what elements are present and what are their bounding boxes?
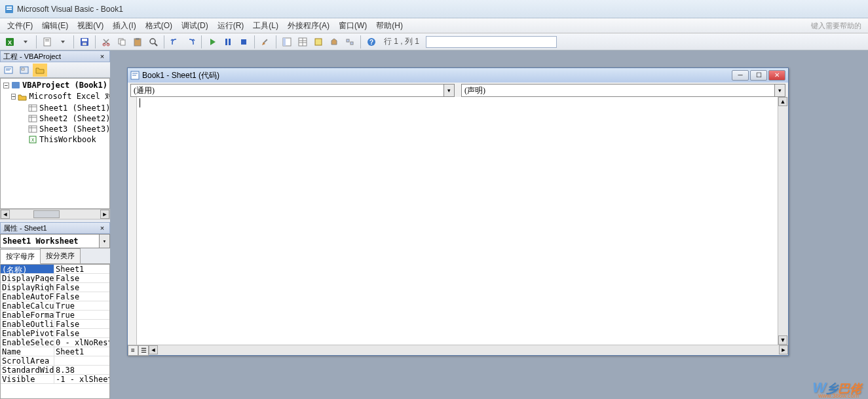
property-row[interactable]: DisplayRightToFalse <box>1 283 109 292</box>
view-code-button[interactable] <box>1 64 16 77</box>
property-row[interactable]: DisplayPageBreFalse <box>1 274 109 283</box>
break-button[interactable] <box>221 35 235 49</box>
scroll-up-icon[interactable]: ▲ <box>778 97 787 106</box>
scroll-right-icon[interactable]: ► <box>100 210 109 219</box>
insert-module-button[interactable] <box>40 35 54 49</box>
scroll-left-icon[interactable]: ◄ <box>1 210 10 219</box>
tab-categorized[interactable]: 按分类序 <box>40 248 81 263</box>
help-hint[interactable]: 键入需要帮助的 <box>811 21 865 31</box>
scroll-thumb[interactable] <box>33 210 60 218</box>
menu-view[interactable]: 视图(V) <box>73 19 108 33</box>
property-row[interactable]: EnableSelectio0 - xlNoRestr <box>1 338 109 347</box>
tree-root[interactable]: − VBAProject (Book1) <box>2 80 108 90</box>
tree-sheet2[interactable]: Sheet2 (Sheet2) <box>2 113 108 124</box>
close-button[interactable]: ✕ <box>768 70 785 81</box>
code-vscrollbar[interactable]: ▲ ▼ <box>778 97 788 345</box>
full-module-view-button[interactable]: ☰ <box>138 345 149 356</box>
menu-debug[interactable]: 调试(D) <box>177 19 213 33</box>
property-value[interactable]: False <box>54 274 109 282</box>
property-value[interactable]: Sheet1 <box>54 347 109 356</box>
menu-format[interactable]: 格式(O) <box>141 19 177 33</box>
property-value[interactable]: False <box>54 292 109 301</box>
maximize-button[interactable]: ☐ <box>750 70 767 81</box>
property-row[interactable]: (名称)Sheet1 <box>1 265 109 274</box>
view-excel-button[interactable]: X <box>3 35 17 49</box>
cut-button[interactable] <box>99 35 113 49</box>
property-value[interactable]: -1 - xlSheetV <box>54 375 109 383</box>
procedure-combo[interactable]: (声明) ▾ <box>461 84 785 97</box>
object-browser-button[interactable] <box>311 35 326 49</box>
object-combo[interactable]: (通用) ▾ <box>130 84 455 97</box>
tree-group[interactable]: − Microsoft Excel 对象 <box>2 90 108 103</box>
menu-window[interactable]: 窗口(W) <box>334 19 371 33</box>
dropdown-icon[interactable]: ▾ <box>443 85 454 96</box>
project-tree[interactable]: − VBAProject (Book1) − Microsoft Excel 对… <box>0 78 110 209</box>
collapse-icon[interactable]: − <box>11 94 16 100</box>
scroll-left-icon[interactable]: ◄ <box>149 345 158 354</box>
save-button[interactable] <box>77 35 92 49</box>
view-object-button[interactable] <box>17 64 31 77</box>
dropdown-icon[interactable]: ▾ <box>99 235 109 248</box>
property-row[interactable]: Visible-1 - xlSheetV <box>1 375 109 384</box>
procedure-view-button[interactable]: ≡ <box>128 345 138 356</box>
property-value[interactable]: Sheet1 <box>54 265 109 273</box>
menu-file[interactable]: 文件(F) <box>3 19 37 33</box>
property-row[interactable]: EnableAutoFiltFalse <box>1 292 109 301</box>
property-value[interactable]: True <box>54 301 109 310</box>
project-panel-close-button[interactable]: × <box>98 52 107 61</box>
toolbar-dropdown-icon-2[interactable] <box>56 35 70 49</box>
tree-sheet1[interactable]: Sheet1 (Sheet1) <box>2 103 108 113</box>
property-row[interactable]: StandardWidth8.38 <box>1 366 109 375</box>
properties-button[interactable] <box>295 35 310 49</box>
run-button[interactable] <box>205 35 219 49</box>
code-window-titlebar[interactable]: Book1 - Sheet1 (代码) ─ ☐ ✕ <box>128 68 788 83</box>
tree-thisworkbook[interactable]: X ThisWorkbook <box>2 134 108 145</box>
paste-button[interactable] <box>130 35 145 49</box>
property-value[interactable] <box>54 356 109 365</box>
properties-grid[interactable]: (名称)Sheet1DisplayPageBreFalseDisplayRigh… <box>0 264 110 399</box>
properties-panel-close-button[interactable]: × <box>98 223 107 233</box>
property-row[interactable]: ScrollArea <box>1 356 109 366</box>
undo-button[interactable] <box>168 35 182 49</box>
property-value[interactable]: 8.38 <box>54 366 109 374</box>
help-button[interactable]: ? <box>364 35 379 49</box>
scroll-right-icon[interactable]: ► <box>779 345 788 354</box>
property-row[interactable]: EnableCalculatTrue <box>1 301 109 311</box>
collapse-icon[interactable]: − <box>3 83 9 88</box>
scroll-down-icon[interactable]: ▼ <box>778 335 787 345</box>
property-value[interactable]: False <box>54 329 109 337</box>
tab-order-button[interactable] <box>343 35 357 49</box>
toolbox-button[interactable] <box>327 35 341 49</box>
property-value[interactable]: True <box>54 311 109 319</box>
toolbar-search-input[interactable] <box>426 36 557 48</box>
menu-addins[interactable]: 外接程序(A) <box>283 19 334 33</box>
project-explorer-button[interactable] <box>280 35 294 49</box>
menu-run[interactable]: 运行(R) <box>213 19 249 33</box>
properties-object-combo[interactable]: Sheet1 Worksheet ▾ <box>0 234 110 248</box>
minimize-button[interactable]: ─ <box>732 70 749 81</box>
reset-button[interactable] <box>236 35 251 49</box>
property-row[interactable]: EnablePivotTabFalse <box>1 329 109 338</box>
toolbar-dropdown-icon[interactable] <box>18 35 33 49</box>
find-button[interactable] <box>146 35 160 49</box>
menu-insert[interactable]: 插入(I) <box>108 19 140 33</box>
property-row[interactable]: EnableOutlininFalse <box>1 320 109 329</box>
project-hscrollbar[interactable]: ◄ ► <box>0 209 110 219</box>
code-editor[interactable] <box>137 97 778 345</box>
toggle-folders-button[interactable] <box>33 64 47 77</box>
property-row[interactable]: EnableFormatCoTrue <box>1 311 109 320</box>
menu-tools[interactable]: 工具(L) <box>248 19 283 33</box>
property-value[interactable]: 0 - xlNoRestr <box>54 338 109 347</box>
dropdown-icon[interactable]: ▾ <box>774 85 785 96</box>
tab-alphabetic[interactable]: 按字母序 <box>0 249 41 264</box>
menu-help[interactable]: 帮助(H) <box>371 19 407 33</box>
property-value[interactable]: False <box>54 320 109 328</box>
copy-button[interactable] <box>115 35 129 49</box>
redo-button[interactable] <box>183 35 198 49</box>
property-value[interactable]: False <box>54 283 109 292</box>
menu-edit[interactable]: 编辑(E) <box>37 19 73 33</box>
design-mode-button[interactable] <box>258 35 273 49</box>
property-row[interactable]: NameSheet1 <box>1 347 109 356</box>
tree-sheet3[interactable]: Sheet3 (Sheet3) <box>2 124 108 134</box>
code-hscrollbar[interactable]: ◄ ► <box>149 345 788 355</box>
